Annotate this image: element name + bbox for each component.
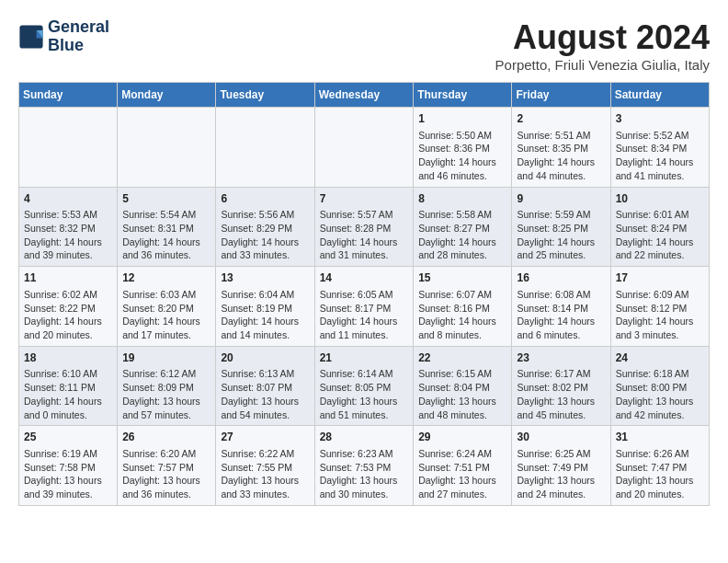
day-number: 16 bbox=[517, 270, 605, 286]
day-number: 21 bbox=[320, 350, 409, 366]
day-number: 4 bbox=[24, 191, 112, 207]
day-cell: 11Sunrise: 6:02 AMSunset: 8:22 PMDayligh… bbox=[19, 267, 118, 347]
day-cell: 31Sunrise: 6:26 AMSunset: 7:47 PMDayligh… bbox=[610, 426, 709, 506]
day-cell: 27Sunrise: 6:22 AMSunset: 7:55 PMDayligh… bbox=[216, 426, 314, 506]
day-number: 26 bbox=[122, 430, 210, 445]
header-saturday: Saturday bbox=[610, 83, 709, 108]
day-cell: 8Sunrise: 5:58 AMSunset: 8:27 PMDaylight… bbox=[414, 187, 512, 267]
day-cell: 21Sunrise: 6:14 AMSunset: 8:05 PMDayligh… bbox=[314, 346, 414, 426]
day-number: 30 bbox=[517, 430, 605, 445]
day-info: Sunrise: 6:13 AMSunset: 8:07 PMDaylight:… bbox=[221, 367, 309, 421]
day-cell: 17Sunrise: 6:09 AMSunset: 8:12 PMDayligh… bbox=[610, 267, 709, 347]
day-info: Sunrise: 5:52 AMSunset: 8:34 PMDaylight:… bbox=[616, 129, 704, 183]
day-cell: 28Sunrise: 6:23 AMSunset: 7:53 PMDayligh… bbox=[314, 426, 414, 506]
day-number: 18 bbox=[24, 350, 112, 366]
day-number: 20 bbox=[221, 350, 309, 366]
day-info: Sunrise: 5:57 AMSunset: 8:28 PMDaylight:… bbox=[320, 208, 409, 262]
day-info: Sunrise: 5:58 AMSunset: 8:27 PMDaylight:… bbox=[418, 208, 506, 262]
day-cell: 19Sunrise: 6:12 AMSunset: 8:09 PMDayligh… bbox=[118, 346, 216, 426]
day-cell: 7Sunrise: 5:57 AMSunset: 8:28 PMDaylight… bbox=[314, 187, 414, 267]
day-number: 2 bbox=[517, 111, 605, 127]
day-info: Sunrise: 5:54 AMSunset: 8:31 PMDaylight:… bbox=[122, 208, 210, 262]
day-cell: 25Sunrise: 6:19 AMSunset: 7:58 PMDayligh… bbox=[19, 426, 118, 506]
week-row-4: 18Sunrise: 6:10 AMSunset: 8:11 PMDayligh… bbox=[19, 346, 710, 426]
logo-line1: General bbox=[48, 18, 109, 37]
day-number: 15 bbox=[418, 270, 506, 286]
day-number: 29 bbox=[418, 430, 506, 445]
day-cell: 29Sunrise: 6:24 AMSunset: 7:51 PMDayligh… bbox=[414, 426, 512, 506]
day-info: Sunrise: 6:22 AMSunset: 7:55 PMDaylight:… bbox=[221, 447, 309, 501]
day-info: Sunrise: 6:14 AMSunset: 8:05 PMDaylight:… bbox=[320, 367, 409, 421]
day-info: Sunrise: 6:18 AMSunset: 8:00 PMDaylight:… bbox=[616, 367, 704, 421]
day-info: Sunrise: 6:09 AMSunset: 8:12 PMDaylight:… bbox=[616, 288, 704, 342]
day-cell: 5Sunrise: 5:54 AMSunset: 8:31 PMDaylight… bbox=[118, 187, 216, 267]
day-cell: 24Sunrise: 6:18 AMSunset: 8:00 PMDayligh… bbox=[610, 346, 709, 426]
header-wednesday: Wednesday bbox=[314, 83, 414, 108]
day-number: 5 bbox=[122, 191, 210, 207]
day-info: Sunrise: 5:51 AMSunset: 8:35 PMDaylight:… bbox=[517, 129, 605, 183]
day-number: 17 bbox=[616, 270, 704, 286]
day-cell: 9Sunrise: 5:59 AMSunset: 8:25 PMDaylight… bbox=[512, 187, 610, 267]
day-info: Sunrise: 5:59 AMSunset: 8:25 PMDaylight:… bbox=[517, 208, 605, 262]
day-cell: 6Sunrise: 5:56 AMSunset: 8:29 PMDaylight… bbox=[216, 187, 314, 267]
day-info: Sunrise: 6:15 AMSunset: 8:04 PMDaylight:… bbox=[418, 367, 506, 421]
day-cell: 2Sunrise: 5:51 AMSunset: 8:35 PMDaylight… bbox=[512, 108, 610, 188]
day-number: 13 bbox=[221, 270, 309, 286]
day-number: 10 bbox=[616, 191, 704, 207]
page-subtitle: Porpetto, Friuli Venezia Giulia, Italy bbox=[495, 57, 710, 73]
page-header: General Blue August 2024 Porpetto, Friul… bbox=[18, 18, 710, 73]
day-info: Sunrise: 6:24 AMSunset: 7:51 PMDaylight:… bbox=[418, 447, 506, 501]
day-number: 7 bbox=[320, 191, 409, 207]
day-info: Sunrise: 6:19 AMSunset: 7:58 PMDaylight:… bbox=[24, 447, 112, 501]
day-number: 1 bbox=[418, 111, 506, 127]
day-number: 8 bbox=[418, 191, 506, 207]
day-info: Sunrise: 5:50 AMSunset: 8:36 PMDaylight:… bbox=[418, 129, 506, 183]
day-number: 28 bbox=[320, 430, 409, 445]
day-cell: 12Sunrise: 6:03 AMSunset: 8:20 PMDayligh… bbox=[118, 267, 216, 347]
day-info: Sunrise: 6:12 AMSunset: 8:09 PMDaylight:… bbox=[122, 367, 210, 421]
day-number: 11 bbox=[24, 270, 112, 286]
header-friday: Friday bbox=[512, 83, 610, 108]
day-number: 9 bbox=[517, 191, 605, 207]
day-cell: 22Sunrise: 6:15 AMSunset: 8:04 PMDayligh… bbox=[414, 346, 512, 426]
day-number: 25 bbox=[24, 430, 112, 445]
page-title: August 2024 bbox=[495, 18, 710, 57]
day-cell bbox=[118, 108, 216, 188]
logo-text: General Blue bbox=[48, 18, 109, 55]
day-cell: 14Sunrise: 6:05 AMSunset: 8:17 PMDayligh… bbox=[314, 267, 414, 347]
day-info: Sunrise: 6:01 AMSunset: 8:24 PMDaylight:… bbox=[616, 208, 704, 262]
day-number: 23 bbox=[517, 350, 605, 366]
day-cell: 4Sunrise: 5:53 AMSunset: 8:32 PMDaylight… bbox=[19, 187, 118, 267]
day-cell: 3Sunrise: 5:52 AMSunset: 8:34 PMDaylight… bbox=[610, 108, 709, 188]
day-number: 27 bbox=[221, 430, 309, 445]
day-info: Sunrise: 6:10 AMSunset: 8:11 PMDaylight:… bbox=[24, 367, 112, 421]
day-info: Sunrise: 5:56 AMSunset: 8:29 PMDaylight:… bbox=[221, 208, 309, 262]
day-cell: 23Sunrise: 6:17 AMSunset: 8:02 PMDayligh… bbox=[512, 346, 610, 426]
day-info: Sunrise: 6:08 AMSunset: 8:14 PMDaylight:… bbox=[517, 288, 605, 342]
day-number: 6 bbox=[221, 191, 309, 207]
day-info: Sunrise: 6:20 AMSunset: 7:57 PMDaylight:… bbox=[122, 447, 210, 501]
day-info: Sunrise: 6:23 AMSunset: 7:53 PMDaylight:… bbox=[320, 447, 409, 501]
day-cell: 13Sunrise: 6:04 AMSunset: 8:19 PMDayligh… bbox=[216, 267, 314, 347]
logo-icon bbox=[18, 24, 44, 50]
day-info: Sunrise: 6:17 AMSunset: 8:02 PMDaylight:… bbox=[517, 367, 605, 421]
day-info: Sunrise: 6:02 AMSunset: 8:22 PMDaylight:… bbox=[24, 288, 112, 342]
day-info: Sunrise: 6:07 AMSunset: 8:16 PMDaylight:… bbox=[418, 288, 506, 342]
day-cell: 18Sunrise: 6:10 AMSunset: 8:11 PMDayligh… bbox=[19, 346, 118, 426]
day-info: Sunrise: 6:25 AMSunset: 7:49 PMDaylight:… bbox=[517, 447, 605, 501]
header-tuesday: Tuesday bbox=[216, 83, 314, 108]
day-info: Sunrise: 6:04 AMSunset: 8:19 PMDaylight:… bbox=[221, 288, 309, 342]
calendar-header-row: SundayMondayTuesdayWednesdayThursdayFrid… bbox=[19, 83, 710, 108]
logo-line2: Blue bbox=[48, 37, 109, 55]
logo: General Blue bbox=[18, 18, 109, 55]
day-number: 24 bbox=[616, 350, 704, 366]
day-info: Sunrise: 6:03 AMSunset: 8:20 PMDaylight:… bbox=[122, 288, 210, 342]
week-row-2: 4Sunrise: 5:53 AMSunset: 8:32 PMDaylight… bbox=[19, 187, 710, 267]
day-cell: 30Sunrise: 6:25 AMSunset: 7:49 PMDayligh… bbox=[512, 426, 610, 506]
day-info: Sunrise: 5:53 AMSunset: 8:32 PMDaylight:… bbox=[24, 208, 112, 262]
day-cell: 20Sunrise: 6:13 AMSunset: 8:07 PMDayligh… bbox=[216, 346, 314, 426]
week-row-3: 11Sunrise: 6:02 AMSunset: 8:22 PMDayligh… bbox=[19, 267, 710, 347]
day-cell: 1Sunrise: 5:50 AMSunset: 8:36 PMDaylight… bbox=[414, 108, 512, 188]
title-section: August 2024 Porpetto, Friuli Venezia Giu… bbox=[495, 18, 710, 73]
day-cell: 15Sunrise: 6:07 AMSunset: 8:16 PMDayligh… bbox=[414, 267, 512, 347]
